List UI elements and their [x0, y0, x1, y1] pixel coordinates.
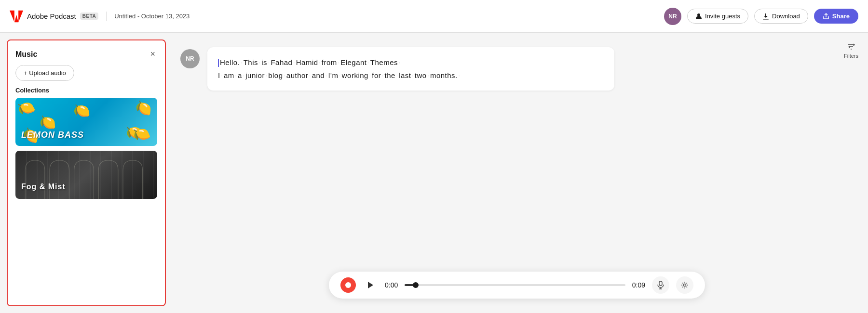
collections-label: Collections — [8, 87, 165, 98]
header-divider — [106, 12, 107, 21]
share-label: Share — [832, 13, 850, 20]
invite-guests-label: Invite guests — [705, 13, 740, 20]
lemon-deco-1: 🍋 — [15, 98, 37, 118]
settings-button[interactable] — [676, 276, 693, 294]
app-logo: Adobe Podcast BETA — [10, 10, 98, 23]
lemon-deco-7: 🍋 — [131, 124, 151, 144]
svg-rect-1 — [763, 19, 769, 20]
lemon-deco-4: 🍋 — [73, 103, 90, 118]
text-cursor — [218, 59, 219, 67]
transcript-bubble: Hello.·This·is·Fahad·Hamid·from·Elegant·… — [207, 47, 614, 91]
upload-audio-label: + Upload audio — [24, 69, 66, 77]
time-end: 0:09 — [632, 281, 645, 289]
download-button[interactable]: Download — [754, 9, 808, 24]
lemon-deco-2: 🍋 — [134, 98, 154, 118]
beta-badge: BETA — [80, 13, 98, 20]
transcript-block: NR Hello.·This·is·Fahad·Hamid·from·Elega… — [180, 47, 614, 91]
upload-audio-button[interactable]: + Upload audio — [15, 65, 74, 81]
mic-icon — [657, 281, 665, 289]
gear-icon — [681, 281, 689, 289]
music-panel: Music × + Upload audio Collections 🍋 🍋 🍋… — [7, 39, 166, 306]
lemon-deco-3: 🍋 — [39, 114, 57, 131]
play-button[interactable] — [363, 277, 378, 293]
record-button[interactable] — [340, 277, 356, 293]
progress-track[interactable] — [405, 284, 625, 286]
transport-bar: 0:00 0:09 — [329, 272, 705, 299]
music-panel-title: Music — [15, 50, 37, 59]
doc-title: Untitled - October 13, 2023 — [114, 13, 190, 20]
collection-fog-mist[interactable]: Fog & Mist — [15, 151, 157, 199]
share-icon — [823, 13, 829, 20]
play-icon — [367, 281, 374, 289]
arch-svg — [15, 151, 157, 199]
filters-icon — [847, 42, 855, 51]
avatar: NR — [664, 8, 681, 25]
collections-list: 🍋 🍋 🍋 🍋 🍋 🍋 🍋 LEMON BASS — [8, 98, 165, 305]
filters-label: Filters — [844, 53, 858, 59]
transcript-area: Filters NR Hello.·This·is·Fahad·Hamid·fr… — [166, 33, 868, 313]
lemon-bass-bg: 🍋 🍋 🍋 🍋 🍋 🍋 🍋 LEMON BASS — [15, 98, 157, 146]
download-label: Download — [772, 13, 800, 20]
fog-mist-bg: Fog & Mist — [15, 151, 157, 199]
app-header: Adobe Podcast BETA Untitled - October 13… — [0, 0, 868, 33]
person-icon — [695, 13, 702, 20]
fog-mist-label: Fog & Mist — [21, 183, 66, 191]
transcript-line-2: I·am·a·junior·blog·author·and·I'm·workin… — [218, 69, 604, 82]
app-name-text: Adobe Podcast — [27, 12, 76, 20]
main-content: Music × + Upload audio Collections 🍋 🍋 🍋… — [0, 33, 868, 313]
time-current: 0:00 — [385, 281, 398, 289]
transcript-avatar: NR — [180, 49, 200, 68]
record-dot — [345, 282, 351, 288]
microphone-button[interactable] — [652, 276, 669, 294]
download-icon — [762, 13, 769, 20]
close-music-panel-button[interactable]: × — [148, 48, 157, 60]
adobe-icon — [10, 10, 23, 23]
progress-thumb — [413, 282, 419, 288]
share-button[interactable]: Share — [814, 9, 858, 24]
svg-rect-2 — [659, 281, 662, 286]
lemon-bass-label: LEMON BASS — [21, 130, 84, 140]
invite-guests-button[interactable]: Invite guests — [687, 9, 748, 24]
music-panel-header: Music × — [8, 40, 165, 65]
filters-button[interactable]: Filters — [844, 42, 858, 59]
transcript-line-1: Hello.·This·is·Fahad·Hamid·from·Elegant·… — [218, 56, 604, 69]
collection-lemon-bass[interactable]: 🍋 🍋 🍋 🍋 🍋 🍋 🍋 LEMON BASS — [15, 98, 157, 146]
svg-point-5 — [684, 284, 686, 287]
